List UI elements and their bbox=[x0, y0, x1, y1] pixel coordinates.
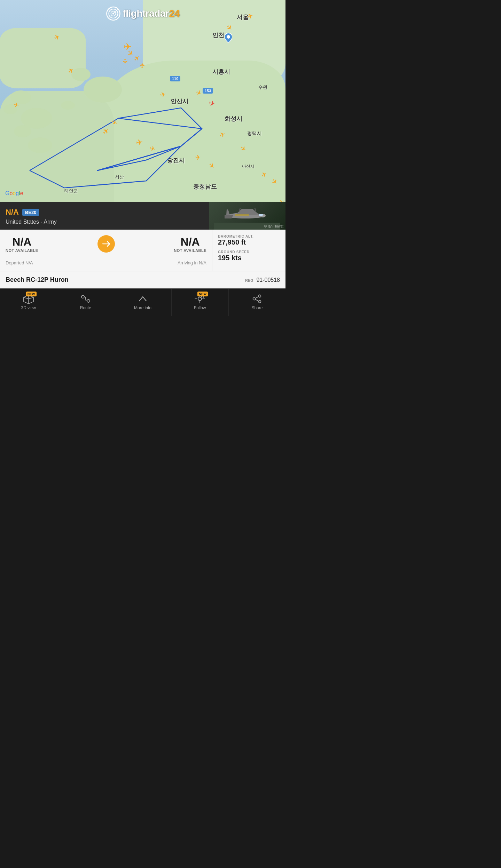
map-label-dangjin: 당진시 bbox=[167, 157, 185, 165]
svg-point-24 bbox=[259, 295, 261, 297]
nav-item-3d-view[interactable]: NEW 3D view bbox=[0, 289, 57, 316]
flight-photo-container: © Ian Howat bbox=[209, 202, 285, 230]
road-badge-110: 110 bbox=[170, 76, 180, 81]
island-4 bbox=[14, 125, 31, 137]
reg-value: 91-00518 bbox=[256, 277, 280, 283]
route-icon bbox=[80, 294, 92, 304]
google-logo: Google bbox=[5, 190, 23, 197]
bottom-nav: NEW 3D view Route More info bbox=[0, 288, 285, 316]
chevron-up-icon bbox=[137, 294, 148, 304]
nav-label-3d-view: 3D view bbox=[21, 305, 36, 310]
map-label-pyeongtaek: 평택시 bbox=[247, 130, 262, 137]
ground-speed-label: GROUND SPEED bbox=[218, 250, 280, 254]
departure-label: NOT AVAILABLE bbox=[6, 248, 38, 253]
svg-line-28 bbox=[256, 300, 259, 301]
flight-callsign: N/A bbox=[6, 208, 19, 217]
aircraft-info-row: Beech RC-12P Huron REG 91-00518 bbox=[0, 271, 285, 288]
departed-text: Departed N/A bbox=[6, 260, 33, 265]
route-path-icon bbox=[80, 294, 91, 304]
arrival-label: NOT AVAILABLE bbox=[174, 248, 206, 253]
nav-item-route[interactable]: Route bbox=[57, 289, 114, 316]
aircraft-type-badge: BE20 bbox=[22, 209, 39, 216]
more-info-icon bbox=[137, 294, 149, 304]
nav-label-route: Route bbox=[80, 305, 91, 310]
map-label-ansan: 안산시 bbox=[171, 97, 188, 105]
stats-right: BAROMETRIC ALT. 27,950 ft GROUND SPEED 1… bbox=[212, 230, 285, 271]
new-badge-3d: NEW bbox=[26, 292, 37, 296]
aircraft-cluster-4[interactable]: ✈ bbox=[121, 59, 129, 65]
island-main bbox=[84, 77, 122, 103]
ground-speed-stat: GROUND SPEED 195 kts bbox=[218, 250, 280, 262]
photo-credit: © Ian Howat bbox=[264, 224, 283, 228]
flight-operator: United States - Army bbox=[6, 219, 203, 225]
aircraft-13[interactable]: ✈ bbox=[195, 153, 201, 161]
app-name: flightradar24 bbox=[123, 8, 179, 19]
svg-rect-11 bbox=[259, 214, 263, 216]
route-arrow bbox=[97, 235, 115, 253]
flight-times-row: Departed N/A Arriving in N/A bbox=[6, 257, 206, 265]
svg-point-17 bbox=[87, 300, 90, 302]
callsign-row: N/A BE20 bbox=[6, 208, 203, 217]
map-label-seosan: 서산 bbox=[115, 174, 124, 180]
svg-point-4 bbox=[227, 35, 230, 39]
new-badge-follow: NEW bbox=[197, 292, 208, 296]
share-icon bbox=[251, 294, 263, 304]
arrival-code: N/A bbox=[174, 236, 206, 248]
svg-point-26 bbox=[259, 301, 261, 303]
svg-point-16 bbox=[81, 295, 84, 298]
baro-alt-value: 27,950 ft bbox=[218, 238, 280, 246]
airplane-route-icon bbox=[102, 239, 111, 248]
svg-point-22 bbox=[198, 297, 202, 301]
svg-rect-14 bbox=[235, 214, 249, 216]
svg-marker-9 bbox=[225, 215, 233, 218]
airport-pin bbox=[225, 33, 232, 44]
svg-point-25 bbox=[253, 298, 256, 300]
stats-section: N/A NOT AVAILABLE N/A NOT AVAILABLE Depa… bbox=[0, 230, 285, 271]
map-label-taean: 태안군 bbox=[64, 188, 78, 194]
island-6 bbox=[61, 101, 75, 110]
nav-label-more-info: More info bbox=[134, 305, 151, 310]
map-label-siheung: 시흥시 bbox=[212, 68, 230, 76]
map-view[interactable]: flightradar24 인천 시흥시 안산시 화성시 당진시 평택시 서산 … bbox=[0, 0, 285, 202]
app-logo: flightradar24 bbox=[106, 6, 179, 21]
map-land-upper-left bbox=[0, 28, 86, 88]
flight-header: N/A BE20 United States - Army bbox=[0, 202, 285, 230]
barometric-alt-stat: BAROMETRIC ALT. 27,950 ft bbox=[218, 234, 280, 246]
map-label-incheon: 인천 bbox=[212, 31, 224, 39]
aircraft-cluster-3[interactable]: ✈ bbox=[132, 53, 142, 63]
island-5 bbox=[28, 137, 52, 153]
map-label-hwaseong: 화성시 bbox=[225, 115, 242, 123]
follow-icon: NEW bbox=[194, 294, 206, 304]
flight-header-left: N/A BE20 United States - Army bbox=[0, 202, 209, 230]
map-label-asan: 아산시 bbox=[242, 164, 255, 169]
svg-marker-8 bbox=[226, 209, 230, 215]
baro-alt-label: BAROMETRIC ALT. bbox=[218, 234, 280, 238]
flight-route-display: N/A NOT AVAILABLE N/A NOT AVAILABLE bbox=[6, 235, 206, 253]
nav-item-follow[interactable]: NEW Follow bbox=[172, 289, 229, 316]
map-label-suwon: 수원 bbox=[258, 84, 267, 90]
share-nodes-icon bbox=[251, 294, 263, 304]
3d-view-icon: NEW bbox=[23, 294, 34, 304]
ground-speed-value: 195 kts bbox=[218, 254, 280, 262]
nav-label-follow: Follow bbox=[194, 305, 206, 310]
arriving-text: Arriving in N/A bbox=[178, 260, 206, 265]
nav-item-share[interactable]: Share bbox=[229, 289, 285, 316]
reg-info: REG 91-00518 bbox=[245, 277, 280, 283]
svg-line-27 bbox=[256, 297, 259, 298]
aircraft-cluster-5[interactable]: ✈ bbox=[138, 62, 147, 68]
flightradar-logo-icon bbox=[106, 6, 120, 21]
aircraft-photo: © Ian Howat bbox=[209, 202, 285, 230]
road-badge-153: 153 bbox=[203, 88, 213, 94]
nav-item-more-info[interactable]: More info bbox=[114, 289, 171, 316]
stats-left: N/A NOT AVAILABLE N/A NOT AVAILABLE Depa… bbox=[0, 230, 212, 271]
map-label-chungnam: 충청남도 bbox=[193, 183, 217, 191]
departure-code: N/A bbox=[6, 236, 38, 248]
arrival-block: N/A NOT AVAILABLE bbox=[174, 236, 206, 253]
aircraft-model: Beech RC-12P Huron bbox=[6, 276, 245, 284]
nav-label-share: Share bbox=[251, 305, 263, 310]
reg-label: REG bbox=[245, 278, 253, 282]
departure-block: N/A NOT AVAILABLE bbox=[6, 236, 38, 253]
